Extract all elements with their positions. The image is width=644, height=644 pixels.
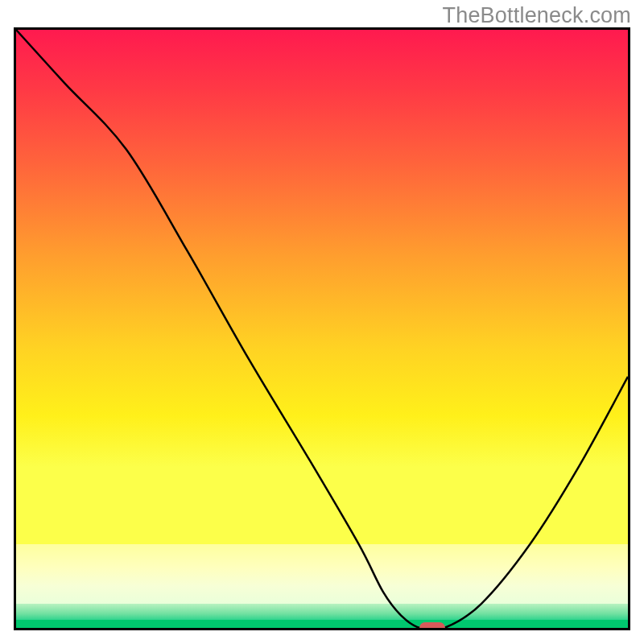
chart-container: TheBottleneck.com (0, 0, 644, 644)
optimal-point-marker (419, 622, 445, 630)
watermark-text: TheBottleneck.com (442, 3, 631, 28)
bottleneck-curve (16, 30, 628, 628)
plot-area (14, 27, 630, 630)
